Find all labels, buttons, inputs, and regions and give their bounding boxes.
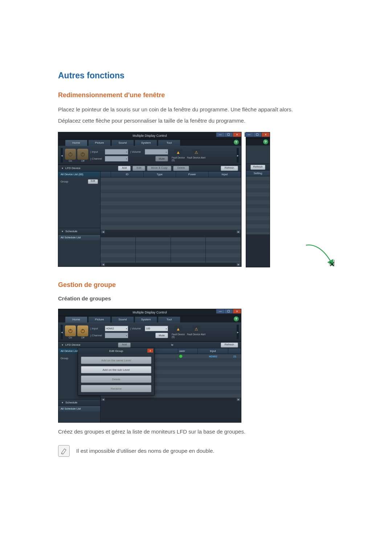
all-schedule-list[interactable]: All Schedule List (58, 406, 100, 411)
window-minimize-button[interactable]: — (216, 132, 224, 137)
dialog-close-button[interactable]: x (147, 349, 153, 353)
horizontal-scrollbar-2[interactable]: ◀▶ (101, 263, 241, 266)
grid-header: ID Type Power Input (101, 172, 241, 177)
narrow-refresh-button[interactable]: Refresh (250, 165, 265, 170)
tab-tool[interactable]: Tool (158, 140, 180, 146)
input-label: | Input (90, 327, 103, 330)
refresh-button[interactable]: Refresh (221, 166, 238, 171)
fault-device-icon: ▲ (174, 326, 182, 332)
schedule-section[interactable]: ▼ Schedule (58, 399, 100, 406)
app-window-narrow: — ▢ x ? Refresh Setting (246, 132, 270, 267)
add-same-level-button[interactable]: Add on the same Level (81, 357, 151, 364)
tab-system[interactable]: System (135, 316, 157, 323)
page-title: Autres fonctions (58, 71, 334, 81)
window-maximize-button[interactable]: ▢ (224, 309, 233, 313)
power-off-label: Off (77, 336, 88, 339)
volume-label: | Volume (130, 150, 143, 153)
chevron-down-icon: ▾ (126, 327, 127, 330)
tab-system[interactable]: System (135, 140, 157, 146)
mute-button[interactable]: Mute (155, 156, 168, 161)
all-device-list-header[interactable]: All Device List (00) (58, 172, 100, 177)
grid-body (101, 177, 241, 230)
help-icon[interactable]: ? (263, 139, 268, 144)
channel-select[interactable]: ▾ (105, 333, 128, 338)
col-type: Type (144, 172, 176, 177)
add-button[interactable]: Add (118, 342, 131, 348)
dialog-titlebar: Edit Group x (78, 348, 154, 354)
power-on-button[interactable] (65, 149, 76, 160)
toolbar-scroll-right[interactable]: ▶ (237, 325, 239, 339)
tab-picture[interactable]: Picture (88, 316, 111, 323)
volume-label: | Volume (130, 327, 143, 330)
add-sub-level-button[interactable]: Add on the sub Level (81, 366, 151, 373)
section-group-subtitle: Création de groupes (58, 295, 334, 301)
tabs-row: Home Picture Sound System Tool ? (58, 139, 241, 146)
volume-input[interactable]: ▸ (145, 149, 168, 155)
chevron-down-icon: ▾ (126, 151, 127, 153)
input-select[interactable]: ▾ (105, 149, 128, 155)
chevron-down-icon: ▼ (61, 344, 64, 346)
app-window-main: Multiple Display Control — ▢ x Home Pict… (58, 132, 241, 267)
lfd-device-section[interactable]: ▼ LFD Device (58, 165, 106, 172)
tab-picture[interactable]: Picture (88, 140, 111, 146)
resize-arrow-icon (301, 242, 335, 268)
delete-button[interactable]: Delete (173, 166, 189, 171)
window-maximize-button[interactable]: ▢ (224, 132, 233, 137)
row-id-value: 21 (229, 354, 241, 358)
input-select[interactable]: HDMI2▾ (105, 326, 128, 331)
tab-sound[interactable]: Sound (111, 316, 134, 323)
refresh-button[interactable]: Refresh (221, 342, 238, 348)
power-off-button[interactable] (77, 149, 88, 160)
window-close-button[interactable]: x (233, 132, 241, 137)
toolbar-scroll-right[interactable]: ▶ (237, 148, 239, 163)
all-schedule-list[interactable]: All Schedule List (58, 235, 100, 240)
window-titlebar: Multiple Display Control — ▢ x (58, 309, 241, 316)
narrow-close-button[interactable]: x (261, 132, 270, 137)
mute-button[interactable]: Mute (155, 333, 168, 338)
tab-home[interactable]: Home (65, 140, 87, 146)
groups-intro-paragraph: Créez des groupes et gérez la liste de m… (58, 428, 334, 436)
edit-button[interactable]: Edit (132, 166, 145, 171)
power-on-label: On (65, 160, 76, 162)
power-off-button[interactable] (77, 325, 88, 336)
stepper-icon: ▸ (166, 327, 167, 330)
dialog-rename-button[interactable]: Rename (81, 385, 151, 392)
stepper-icon: ▸ (166, 151, 167, 153)
fault-device-label: Fault Device(0) (172, 156, 185, 161)
channel-select[interactable]: ▾ (105, 156, 128, 161)
power-on-button[interactable] (65, 325, 76, 336)
narrow-maximize-button[interactable]: ▢ (253, 132, 261, 137)
grid-partial-col: te (171, 343, 173, 346)
chevron-down-icon: ▼ (61, 167, 64, 169)
fault-device-label: Fault Device(0) (172, 333, 185, 338)
section-group-title: Gestion de groupe (58, 281, 334, 289)
col-setting: Setting (246, 171, 270, 176)
chevron-down-icon: ▼ (61, 230, 64, 233)
schedule-section[interactable]: ▼ Schedule (58, 228, 100, 235)
dialog-title: Edit Group (109, 349, 123, 353)
tab-sound[interactable]: Sound (111, 140, 134, 146)
bottom-grid (101, 237, 241, 263)
resize-paragraph-2: Déplacez cette flèche pour personnaliser… (58, 117, 334, 125)
horizontal-scrollbar[interactable]: ◀▶ (101, 398, 241, 401)
row-input-value: HDMI2 (197, 354, 228, 358)
tab-tool[interactable]: Tool (158, 316, 180, 323)
chevron-down-icon: ▾ (126, 334, 127, 337)
move-copy-button[interactable]: Move & Copy (147, 166, 171, 171)
toolbar-scroll-left[interactable]: ◀ (61, 325, 63, 339)
help-icon[interactable]: ? (234, 316, 239, 321)
window-minimize-button[interactable]: — (216, 309, 224, 313)
toolbar-scroll-left[interactable]: ◀ (61, 148, 63, 163)
horizontal-scrollbar[interactable]: ◀▶ (101, 230, 241, 234)
tab-home[interactable]: Home (65, 316, 87, 323)
help-icon[interactable]: ? (234, 140, 239, 145)
fault-alert-label: Fault Device Alert (187, 156, 205, 159)
window-titlebar: Multiple Display Control — ▢ x (58, 132, 241, 139)
add-button[interactable]: Add (118, 166, 131, 171)
sidebar-edit-button[interactable]: Edit (88, 179, 98, 184)
window-close-button[interactable]: x (233, 309, 241, 313)
toolbar: ◀ On Off (58, 146, 241, 165)
dialog-delete-button[interactable]: Delete (81, 376, 151, 383)
narrow-minimize-button[interactable]: — (245, 132, 253, 137)
volume-input[interactable]: 100▸ (145, 326, 168, 331)
